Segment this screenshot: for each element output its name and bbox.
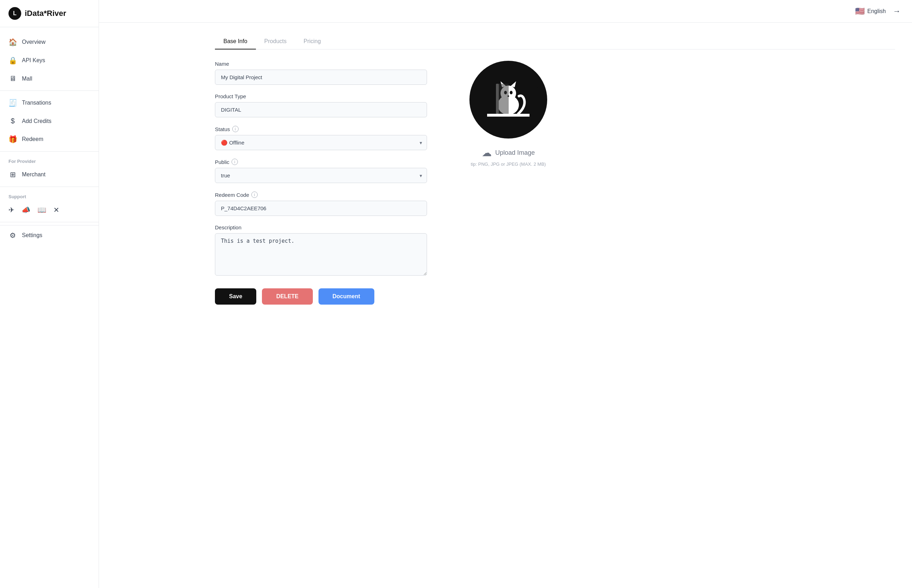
form-area: Name Product Type Status i 🔴 Offline 🟢 O…: [215, 61, 895, 305]
logout-icon[interactable]: →: [893, 7, 901, 16]
product-type-input[interactable]: [215, 102, 427, 117]
tab-products[interactable]: Products: [256, 34, 295, 50]
sidebar-item-label: Settings: [22, 232, 42, 239]
sidebar-item-label: Mall: [22, 76, 32, 82]
main-content: Base Info Products Pricing Name Product …: [198, 23, 912, 588]
upload-label-row: ☁ Upload Image: [482, 147, 535, 159]
sidebar-item-settings[interactable]: ⚙ Settings: [0, 225, 99, 245]
telegram-icon[interactable]: ✈: [8, 206, 15, 214]
sidebar: L iData*River 🏠 Overview 🔒 API Keys 🖥 Ma…: [0, 0, 99, 588]
lock-icon: 🔒: [8, 56, 17, 65]
header: 🇺🇸 English →: [99, 0, 912, 23]
support-label: Support: [0, 190, 99, 201]
form-right: ☁ Upload Image tip: PNG, JPG or JPEG (MA…: [455, 61, 561, 167]
svg-rect-9: [496, 84, 499, 114]
merchant-icon: ⊞: [8, 170, 17, 179]
sidebar-item-merchant[interactable]: ⊞ Merchant: [0, 165, 99, 184]
description-group: Description This is a test project.: [215, 225, 427, 277]
monitor-icon: 🖥: [8, 74, 17, 83]
sidebar-item-label: API Keys: [22, 57, 45, 64]
sidebar-item-add-credits[interactable]: $ Add Credits: [0, 112, 99, 130]
status-select-wrapper: 🔴 Offline 🟢 Online ▾: [215, 135, 427, 150]
sidebar-nav: 🏠 Overview 🔒 API Keys 🖥 Mall 🧾 Transatio…: [0, 27, 99, 588]
status-select[interactable]: 🔴 Offline 🟢 Online: [215, 135, 427, 150]
public-group: Public i true false ▾: [215, 159, 427, 183]
flag-icon: 🇺🇸: [855, 7, 865, 16]
product-image: [469, 61, 547, 139]
for-provider-label: For Provider: [0, 154, 99, 165]
twitter-icon[interactable]: ✕: [53, 206, 59, 214]
description-textarea[interactable]: This is a test project.: [215, 233, 427, 276]
sidebar-item-mall[interactable]: 🖥 Mall: [0, 69, 99, 88]
name-label: Name: [215, 61, 427, 67]
receipt-icon: 🧾: [8, 99, 17, 107]
sidebar-item-label: Redeem: [22, 136, 43, 142]
sidebar-item-transations[interactable]: 🧾 Transations: [0, 94, 99, 112]
app-name: iData*River: [25, 9, 66, 18]
sidebar-item-api-keys[interactable]: 🔒 API Keys: [0, 51, 99, 69]
redeem-code-input[interactable]: [215, 201, 427, 216]
home-icon: 🏠: [8, 38, 17, 46]
gift-icon: 🎁: [8, 135, 17, 144]
redeem-code-group: Redeem Code i: [215, 192, 427, 216]
upload-area[interactable]: ☁ Upload Image tip: PNG, JPG or JPEG (MA…: [471, 147, 546, 167]
product-type-label: Product Type: [215, 93, 427, 99]
settings-icon: ⚙: [8, 231, 17, 239]
public-select-wrapper: true false ▾: [215, 168, 427, 183]
name-input[interactable]: [215, 69, 427, 85]
save-button[interactable]: Save: [215, 288, 256, 305]
name-group: Name: [215, 61, 427, 85]
public-label: Public i: [215, 159, 427, 165]
sidebar-item-label: Add Credits: [22, 118, 52, 124]
dollar-icon: $: [8, 117, 17, 125]
delete-button[interactable]: DELETE: [262, 288, 312, 305]
form-left: Name Product Type Status i 🔴 Offline 🟢 O…: [215, 61, 427, 305]
public-select[interactable]: true false: [215, 168, 427, 183]
status-label: Status i: [215, 126, 427, 132]
language-label: English: [867, 8, 886, 15]
upload-tip: tip: PNG, JPG or JPEG (MAX. 2 MB): [471, 162, 546, 167]
status-info-icon[interactable]: i: [232, 126, 239, 132]
redeem-code-label: Redeem Code i: [215, 192, 427, 198]
tab-base-info[interactable]: Base Info: [215, 34, 256, 50]
upload-cloud-icon: ☁: [482, 147, 492, 159]
app-logo[interactable]: L iData*River: [0, 0, 99, 27]
public-info-icon[interactable]: i: [231, 159, 238, 165]
sidebar-item-label: Transations: [22, 100, 51, 106]
language-selector[interactable]: 🇺🇸 English: [855, 7, 886, 16]
description-label: Description: [215, 225, 427, 230]
logo-icon: L: [8, 7, 21, 20]
document-button[interactable]: Document: [319, 288, 374, 305]
announcement-icon[interactable]: 📣: [21, 206, 31, 214]
status-group: Status i 🔴 Offline 🟢 Online ▾: [215, 126, 427, 150]
product-type-group: Product Type: [215, 93, 427, 117]
cat-svg: [477, 68, 540, 131]
tabs: Base Info Products Pricing: [215, 34, 895, 50]
tab-pricing[interactable]: Pricing: [295, 34, 330, 50]
sidebar-item-label: Merchant: [22, 171, 45, 178]
sidebar-item-label: Overview: [22, 39, 45, 45]
sidebar-item-redeem[interactable]: 🎁 Redeem: [0, 130, 99, 149]
svg-rect-10: [499, 84, 509, 114]
sidebar-item-overview[interactable]: 🏠 Overview: [0, 33, 99, 51]
book-icon[interactable]: 📖: [37, 206, 46, 214]
button-row: Save DELETE Document: [215, 288, 427, 305]
upload-label-text: Upload Image: [495, 149, 535, 157]
redeem-code-info-icon[interactable]: i: [251, 192, 258, 198]
support-icons-group: ✈ 📣 📖 ✕: [0, 201, 99, 219]
svg-point-7: [510, 91, 513, 94]
